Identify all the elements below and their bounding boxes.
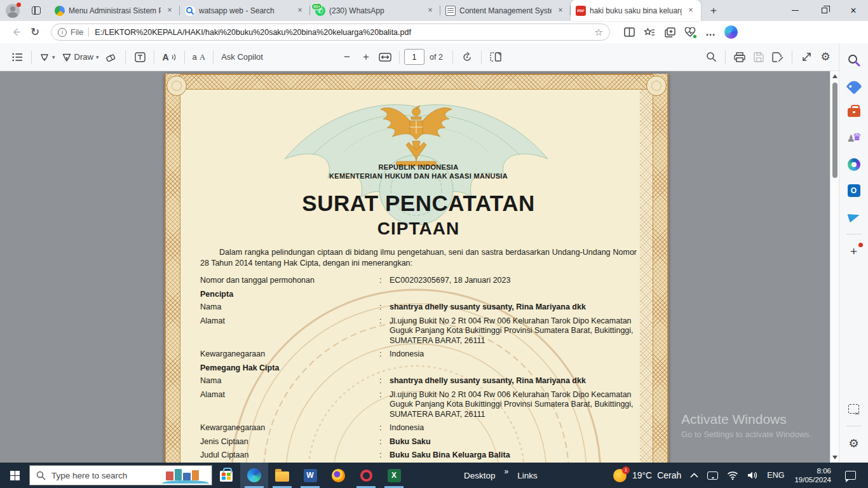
copilot-button[interactable]	[721, 23, 741, 42]
collections-add-button[interactable]	[660, 23, 680, 42]
taskbar-file-explorer-button[interactable]	[268, 463, 296, 488]
profile-button[interactable]	[0, 0, 25, 21]
erase-button[interactable]	[102, 47, 121, 67]
fullscreen-button[interactable]	[797, 47, 816, 67]
zoom-in-button[interactable]: +	[356, 47, 376, 67]
pdf-settings-button[interactable]: ⚙	[816, 47, 835, 67]
scroll-down-button[interactable]	[831, 453, 839, 462]
tab-actions-menu-button[interactable]	[25, 3, 47, 19]
tab-watsapp-search[interactable]: watsapp web - Search ×	[180, 0, 310, 21]
tab-haki-pdf-active[interactable]: PDF haki buku saku bina keluarg ×	[571, 0, 701, 21]
volume-button[interactable]	[743, 463, 763, 488]
refresh-button[interactable]: ↻	[25, 23, 44, 42]
print-button[interactable]	[730, 47, 749, 67]
clock[interactable]: 8:06 19/05/2024	[789, 466, 837, 484]
field-row: Nama : shantrya dhelly susanty susanty, …	[200, 302, 637, 313]
start-button[interactable]	[0, 463, 29, 488]
language-indicator[interactable]: ENG	[763, 463, 789, 488]
taskbar-search-box[interactable]: Type here to search	[29, 465, 212, 485]
divider	[452, 51, 453, 64]
colon: :	[379, 390, 390, 420]
zoom-out-button[interactable]: −	[337, 47, 356, 67]
taskbar-opera-button[interactable]	[352, 463, 380, 488]
address-bar[interactable]: i File E:/LEKTOR%20KEPALA/HAKI/haki%20bu…	[51, 24, 610, 41]
divider	[125, 51, 126, 64]
sidebar-search-button[interactable]	[843, 50, 865, 71]
toolbar-overflow-chevron[interactable]: »	[505, 467, 509, 476]
info-icon[interactable]: i	[58, 28, 67, 37]
field-row: Nomor dan tanggal permohonan : EC0020230…	[200, 276, 637, 286]
read-aloud-button[interactable]: A	[159, 47, 179, 67]
network-button[interactable]	[722, 463, 743, 488]
scroll-up-button[interactable]	[831, 72, 839, 81]
outlook-icon: O	[848, 184, 860, 197]
close-icon[interactable]: ×	[686, 6, 696, 16]
field-value: Buku Saku	[390, 437, 637, 447]
close-icon[interactable]: ×	[295, 6, 305, 16]
field-row: Kewarganegaraan : Indonesia	[200, 423, 637, 433]
save-as-button[interactable]	[768, 47, 787, 67]
section-row: Pemegang Hak Cipta	[200, 363, 637, 374]
pdf-viewer[interactable]: REPUBLIK INDONESIA KEMENTERIAN HUKUM DAN…	[0, 71, 839, 463]
back-button[interactable]	[6, 23, 25, 42]
close-icon[interactable]: ×	[555, 6, 566, 16]
scrollbar-thumb[interactable]	[832, 83, 837, 178]
translate-button[interactable]: aA	[189, 47, 209, 67]
sidebar-microsoft365-button[interactable]	[843, 154, 865, 175]
new-tab-button[interactable]: +	[705, 2, 722, 20]
favorites-button[interactable]	[639, 23, 660, 42]
connect-device-button[interactable]	[703, 463, 722, 488]
field-value: EC00202305697, 18 Januari 2023	[390, 276, 637, 286]
add-text-button[interactable]	[130, 47, 149, 67]
page-view-button[interactable]	[486, 47, 505, 67]
taskbar-edge-button[interactable]	[240, 463, 268, 488]
field-row: Alamat : Jl.ujung Bukit No 2 Rt 004 Rw 0…	[200, 390, 637, 420]
tab-menu-administrasi[interactable]: Menu Administrasi Sistem P ×	[50, 0, 180, 21]
restore-button[interactable]	[810, 0, 839, 21]
close-window-button[interactable]: ×	[839, 0, 868, 21]
save-button[interactable]	[749, 47, 768, 67]
rotate-button[interactable]	[458, 47, 477, 67]
highlight-button[interactable]: ▾	[36, 47, 58, 67]
url-text: E:/LEKTOR%20KEPALA/HAKI/haki%20buku%20sa…	[95, 28, 590, 37]
divider	[154, 51, 154, 64]
sidebar-drop-button[interactable]	[843, 206, 865, 227]
ask-copilot-button[interactable]: Ask Copilot	[218, 47, 266, 67]
close-icon[interactable]: ×	[425, 6, 435, 16]
taskbar-firefox-button[interactable]	[324, 463, 352, 488]
settings-more-button[interactable]: …	[700, 23, 721, 42]
weather-widget[interactable]: 1 19°C Cerah	[609, 463, 686, 488]
draw-button[interactable]: Draw ▾	[58, 47, 102, 67]
browser-essentials-button[interactable]	[680, 23, 700, 42]
sidebar-shopping-button[interactable]	[843, 76, 865, 97]
split-screen-button[interactable]	[619, 23, 639, 42]
scrollbar[interactable]	[830, 71, 839, 463]
sidebar-outlook-button[interactable]: O	[843, 180, 865, 201]
sidebar-screenshot-button[interactable]	[843, 398, 865, 419]
taskbar-store-button[interactable]	[212, 463, 240, 488]
sidebar-customize-button[interactable]: +	[843, 241, 865, 262]
tabs-container: Menu Administrasi Sistem P × watsapp web…	[50, 0, 701, 21]
table-of-contents-button[interactable]	[8, 47, 27, 67]
minimize-button[interactable]	[780, 0, 810, 21]
links-toolbar-label[interactable]: Links	[517, 471, 538, 480]
close-icon[interactable]: ×	[165, 6, 175, 16]
sidebar-tools-button[interactable]	[843, 102, 865, 123]
fit-to-width-button[interactable]	[376, 47, 395, 67]
field-label: Nama	[200, 376, 379, 386]
page-number-input[interactable]	[404, 49, 424, 65]
hidden-icons-chevron[interactable]	[686, 463, 703, 488]
favorite-star-icon[interactable]: ☆	[595, 27, 603, 38]
sidebar-settings-button[interactable]: ⚙	[843, 433, 865, 454]
action-center-button[interactable]	[837, 463, 868, 488]
taskbar-excel-button[interactable]: X	[380, 463, 408, 488]
field-value: Indonesia	[390, 423, 637, 433]
tab-content-management[interactable]: Content Management Syste ×	[440, 0, 571, 21]
tab-whatsapp[interactable]: 99+ (230) WhatsApp ×	[310, 0, 440, 21]
taskbar-word-button[interactable]: W	[296, 463, 324, 488]
search-document-button[interactable]	[702, 47, 721, 67]
protocol-label: File	[71, 28, 83, 37]
translate-icon: a	[193, 52, 197, 62]
desktop-toolbar-label[interactable]: Desktop	[464, 471, 496, 480]
sidebar-games-button[interactable]: ♟ ♛	[843, 128, 865, 149]
